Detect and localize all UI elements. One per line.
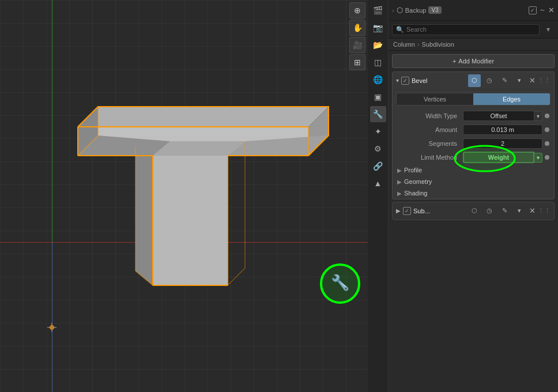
bevel-close-btn[interactable]: ✕: [529, 76, 536, 85]
world-properties-icon[interactable]: 🌐: [370, 71, 386, 88]
sub-options-btn[interactable]: ⋮⋮: [538, 207, 551, 214]
bevel-realtime-icon[interactable]: ⬡: [468, 74, 481, 87]
add-modifier-label: Add Modifier: [458, 58, 494, 65]
scene-properties-icon[interactable]: 🎬: [370, 2, 386, 18]
data-properties-icon[interactable]: ▲: [370, 175, 386, 191]
particles-properties-icon[interactable]: ✦: [370, 123, 386, 140]
backup-label: Backup: [405, 7, 427, 14]
sub-enable-checkbox[interactable]: ✓: [403, 207, 411, 215]
width-type-arrow[interactable]: ▾: [534, 111, 542, 121]
panel-header: › ⬡ Backup V3 ✓ ～ ✕: [389, 0, 558, 21]
width-type-value[interactable]: Offset: [463, 111, 534, 121]
backup-icon: ⬡: [397, 6, 403, 14]
modifier-properties-icon[interactable]: 🔧: [370, 106, 386, 122]
bevel-edit-icon[interactable]: ✎: [498, 74, 511, 87]
sub-collapse-btn[interactable]: ▶: [396, 208, 401, 214]
limit-method-dropdown[interactable]: Weight ▾: [463, 152, 542, 163]
width-type-keyframe-dot: [545, 114, 549, 118]
search-input[interactable]: [406, 26, 536, 33]
bevel-render-icon[interactable]: ◷: [483, 74, 496, 87]
sub-modifier-card: ▶ ✓ Sub... ⬡ ◷ ✎ ▾ ✕ ⋮⋮: [392, 202, 555, 220]
properties-panel: › ⬡ Backup V3 ✓ ～ ✕ 🔍 ▾ Column › Subdivi…: [389, 0, 558, 392]
vertices-toggle-btn[interactable]: Vertices: [397, 93, 473, 105]
shading-label: Shading: [404, 190, 427, 197]
bevel-options-btn[interactable]: ⋮⋮: [538, 77, 551, 84]
sub-modifier-header: ▶ ✓ Sub... ⬡ ◷ ✎ ▾ ✕ ⋮⋮: [393, 202, 554, 220]
wrench-annotation: 🔧: [317, 261, 363, 308]
svg-point-28: [51, 327, 52, 328]
breadcrumb-top: › ⬡ Backup V3: [392, 6, 526, 14]
amount-value[interactable]: 0.013 m: [463, 125, 542, 135]
3d-object: [46, 58, 340, 306]
svg-marker-5: [135, 147, 153, 285]
output-properties-icon[interactable]: 📂: [370, 37, 386, 53]
limit-method-keyframe-dot: [545, 155, 549, 160]
chevron-icon: ›: [392, 7, 394, 14]
geometry-label: Geometry: [404, 178, 432, 185]
svg-marker-4: [153, 156, 228, 285]
breadcrumb: Column › Subdivision: [389, 39, 558, 51]
segments-label: Segments: [397, 140, 461, 147]
view-layer-icon[interactable]: ◫: [370, 54, 386, 70]
viewport[interactable]: ⊕ ✋ 🎥 ⊞ 🔧: [0, 0, 368, 392]
breadcrumb-item-column[interactable]: Column: [393, 41, 415, 48]
profile-section-header[interactable]: ▶ Profile: [393, 164, 554, 176]
object-properties-icon[interactable]: ▣: [370, 89, 386, 105]
limit-method-label: Limit Method: [397, 154, 461, 161]
width-type-dropdown[interactable]: Offset ▾: [463, 111, 542, 121]
version-badge: V3: [428, 6, 441, 14]
visibility-toggle[interactable]: ✓: [529, 6, 537, 14]
viewport-toolbar: ⊕ ✋ 🎥 ⊞: [347, 0, 368, 73]
physics-properties-icon[interactable]: ⚙: [370, 141, 386, 157]
geometry-section-header[interactable]: ▶ Geometry: [393, 176, 554, 187]
amount-keyframe-dot: [545, 127, 549, 132]
hand-tool-button[interactable]: ✋: [349, 20, 365, 36]
origin-crosshair: [45, 321, 59, 334]
breadcrumb-item-subdivision[interactable]: Subdivision: [422, 41, 454, 48]
sub-realtime-icon[interactable]: ⬡: [468, 205, 481, 217]
bevel-enable-checkbox[interactable]: ✓: [401, 77, 409, 85]
vertex-edge-toggle: Vertices Edges: [396, 93, 551, 105]
search-icon: 🔍: [396, 26, 404, 33]
main-area: 🎬 📷 📂 ◫ 🌐 ▣ 🔧 ✦ ⚙ 🔗 ▲ › ⬡ Backup V3 ✓ ～ …: [368, 0, 558, 392]
sub-render-icon[interactable]: ◷: [483, 205, 496, 217]
camera-header-icon[interactable]: ～: [539, 5, 546, 15]
width-type-row: Width Type Offset ▾: [393, 109, 554, 123]
header-actions: ✓ ～ ✕: [529, 5, 555, 15]
segments-value[interactable]: 2: [463, 138, 542, 149]
add-icon: +: [453, 58, 456, 65]
sub-edit-icon[interactable]: ✎: [498, 205, 511, 217]
bevel-name: Bevel: [412, 77, 466, 84]
side-icon-bar: 🎬 📷 📂 ◫ 🌐 ▣ 🔧 ✦ ⚙ 🔗 ▲: [368, 0, 389, 392]
close-header-icon[interactable]: ✕: [548, 6, 555, 14]
constraints-properties-icon[interactable]: 🔗: [370, 158, 386, 174]
limit-method-arrow[interactable]: ▾: [534, 153, 542, 163]
render-properties-icon[interactable]: 📷: [370, 20, 386, 36]
geometry-arrow-icon: ▶: [397, 179, 402, 185]
profile-arrow-icon: ▶: [397, 167, 402, 174]
quad-view-button[interactable]: ⊞: [349, 54, 365, 70]
edges-toggle-btn[interactable]: Edges: [473, 93, 550, 105]
bevel-collapse-btn[interactable]: ▾: [396, 77, 399, 84]
zoom-fit-button[interactable]: ⊕: [349, 2, 365, 18]
sub-close-btn[interactable]: ✕: [529, 206, 536, 215]
bevel-mode-dropdown[interactable]: ▾: [513, 74, 526, 87]
sub-mode-dropdown[interactable]: ▾: [513, 205, 526, 217]
segments-row: Segments 2: [393, 137, 554, 150]
camera-view-button[interactable]: 🎥: [349, 37, 365, 53]
svg-line-24: [228, 268, 245, 285]
search-input-wrap[interactable]: 🔍: [392, 24, 540, 35]
search-dropdown-btn[interactable]: ▾: [542, 23, 555, 36]
shading-section-header[interactable]: ▶ Shading: [393, 187, 554, 199]
search-bar: 🔍 ▾: [389, 21, 558, 39]
amount-label: Amount: [397, 126, 461, 133]
segments-keyframe-dot: [545, 141, 549, 146]
bevel-modifier-header: ▾ ✓ Bevel ⬡ ◷ ✎ ▾ ✕ ⋮⋮: [393, 72, 554, 89]
svg-text:🔧: 🔧: [331, 273, 350, 292]
shading-arrow-icon: ▶: [397, 190, 402, 197]
limit-method-value[interactable]: Weight: [463, 152, 534, 163]
width-type-label: Width Type: [397, 112, 461, 119]
bevel-modifier-card: ▾ ✓ Bevel ⬡ ◷ ✎ ▾ ✕ ⋮⋮ Vertices Edges Wi…: [392, 71, 555, 199]
limit-method-row: Limit Method Weight ▾: [393, 150, 554, 164]
add-modifier-button[interactable]: + Add Modifier: [392, 54, 555, 68]
